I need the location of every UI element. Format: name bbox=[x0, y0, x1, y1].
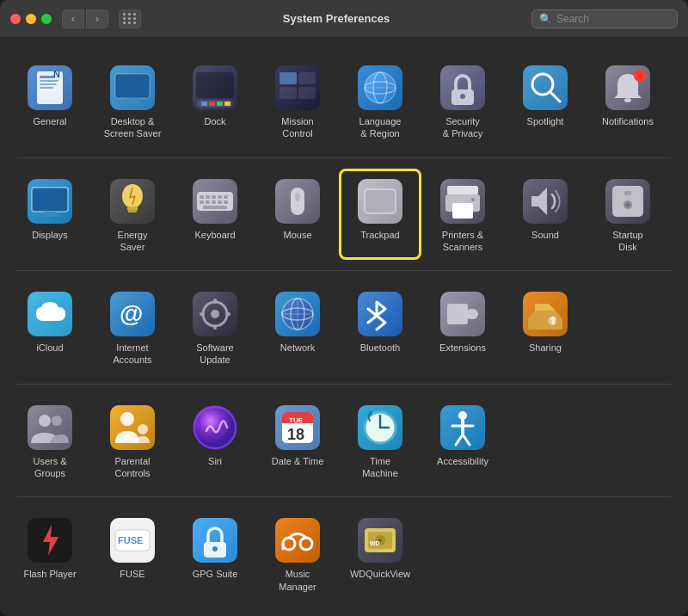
svg-point-38 bbox=[634, 70, 646, 82]
pref-item-software[interactable]: SoftwareUpdate bbox=[174, 281, 256, 373]
pref-item-trackpad[interactable]: Trackpad bbox=[339, 169, 421, 261]
pref-item-energy[interactable]: EnergySaver bbox=[91, 169, 174, 261]
extensions-icon bbox=[439, 290, 487, 338]
pref-item-general[interactable]: N General bbox=[9, 55, 91, 147]
pref-item-displays[interactable]: Displays bbox=[9, 169, 91, 261]
svg-point-85 bbox=[211, 310, 219, 318]
maximize-button[interactable] bbox=[41, 14, 52, 24]
svg-point-32 bbox=[460, 94, 465, 99]
pref-item-music[interactable]: MusicManager bbox=[256, 508, 339, 600]
svg-rect-4 bbox=[40, 83, 57, 85]
svg-rect-107 bbox=[28, 405, 72, 450]
pref-item-mission[interactable]: MissionControl bbox=[256, 55, 339, 147]
pref-item-fuse[interactable]: FUSE FUSE bbox=[91, 508, 174, 600]
keyboard-icon bbox=[191, 177, 239, 225]
pref-item-gpg[interactable]: GPG Suite bbox=[174, 508, 256, 600]
pref-item-dock[interactable]: Dock bbox=[174, 55, 256, 147]
section-system: Users &Groups ParentalControls bbox=[9, 391, 679, 490]
wd-label: WDQuickView bbox=[350, 568, 410, 580]
notifications-icon bbox=[604, 64, 652, 112]
trackpad-icon bbox=[356, 177, 404, 225]
pref-item-keyboard[interactable]: Keyboard bbox=[174, 169, 256, 261]
pref-item-parental[interactable]: ParentalControls bbox=[91, 395, 174, 487]
pref-item-notifications[interactable]: Notifications bbox=[587, 55, 669, 147]
close-button[interactable] bbox=[10, 14, 21, 24]
svg-rect-103 bbox=[463, 311, 470, 317]
bluetooth-icon bbox=[356, 290, 404, 338]
startup-icon bbox=[604, 177, 652, 225]
bluetooth-label: Bluetooth bbox=[360, 342, 400, 354]
pref-item-users[interactable]: Users &Groups bbox=[9, 395, 91, 487]
divider-3 bbox=[17, 384, 671, 385]
pref-item-sharing[interactable]: ⇪ Sharing bbox=[504, 281, 587, 373]
internet-label: InternetAccounts bbox=[113, 342, 151, 367]
spotlight-label: Spotlight bbox=[527, 115, 564, 127]
pref-item-sound[interactable]: Sound bbox=[504, 169, 587, 261]
parental-label: ParentalControls bbox=[115, 455, 150, 480]
pref-item-timemachine[interactable]: TimeMachine bbox=[339, 395, 421, 487]
svg-point-139 bbox=[212, 546, 218, 551]
pref-item-accessibility[interactable]: Accessibility bbox=[421, 395, 504, 487]
gpg-icon bbox=[191, 516, 239, 564]
pref-item-spotlight[interactable]: Spotlight bbox=[504, 55, 587, 147]
svg-rect-40 bbox=[32, 188, 68, 212]
pref-item-flash[interactable]: Flash Player bbox=[9, 508, 91, 600]
pref-item-security[interactable]: Security& Privacy bbox=[421, 55, 504, 147]
svg-rect-16 bbox=[209, 102, 215, 106]
pref-item-wd[interactable]: WD WDQuickView bbox=[339, 508, 421, 600]
nav-buttons: ‹ › bbox=[62, 9, 108, 28]
back-button[interactable]: ‹ bbox=[62, 9, 84, 28]
pref-item-desktop[interactable]: Desktop &Screen Saver bbox=[91, 55, 174, 147]
svg-rect-88 bbox=[200, 312, 205, 316]
mission-label: MissionControl bbox=[281, 115, 313, 140]
search-bar[interactable]: 🔍 bbox=[531, 9, 678, 28]
svg-rect-70 bbox=[447, 186, 478, 194]
pref-item-network[interactable]: Network bbox=[256, 281, 339, 373]
displays-icon bbox=[26, 177, 74, 225]
sound-icon bbox=[521, 177, 569, 225]
svg-rect-87 bbox=[213, 324, 217, 330]
svg-rect-37 bbox=[624, 98, 631, 102]
pref-item-language[interactable]: Language& Region bbox=[339, 55, 421, 147]
svg-rect-15 bbox=[201, 102, 207, 106]
svg-rect-5 bbox=[40, 87, 53, 89]
search-input[interactable] bbox=[556, 13, 668, 25]
svg-rect-22 bbox=[280, 87, 297, 99]
svg-text:FUSE: FUSE bbox=[118, 535, 143, 545]
pref-item-internet[interactable]: @ InternetAccounts bbox=[91, 281, 174, 373]
svg-rect-3 bbox=[40, 80, 58, 82]
displays-label: Displays bbox=[32, 229, 68, 241]
pref-item-bluetooth[interactable]: Bluetooth bbox=[339, 281, 421, 373]
pref-item-startup[interactable]: StartupDisk bbox=[587, 169, 669, 261]
svg-rect-54 bbox=[212, 195, 216, 199]
printers-label: Printers &Scanners bbox=[442, 229, 483, 254]
personal-grid: N General bbox=[9, 52, 679, 151]
pref-item-icloud[interactable]: iCloud bbox=[9, 281, 91, 373]
forward-icon: › bbox=[95, 12, 99, 25]
spotlight-icon bbox=[521, 64, 569, 112]
svg-point-108 bbox=[39, 415, 51, 427]
svg-rect-42 bbox=[40, 215, 59, 217]
pref-item-mouse[interactable]: Mouse bbox=[256, 169, 339, 261]
section-hardware: Displays bbox=[9, 165, 679, 264]
pref-item-datetime[interactable]: TUE 18 Date & Time bbox=[256, 395, 339, 487]
svg-rect-21 bbox=[298, 72, 316, 84]
icloud-label: iCloud bbox=[36, 342, 63, 354]
pref-item-extensions[interactable]: Extensions bbox=[421, 281, 504, 373]
svg-rect-23 bbox=[298, 87, 316, 99]
section-other: Flash Player FUSE FUSE bbox=[9, 504, 679, 603]
minimize-button[interactable] bbox=[26, 14, 36, 24]
grid-view-button[interactable] bbox=[119, 9, 141, 28]
datetime-icon: TUE 18 bbox=[273, 403, 322, 452]
forward-button[interactable]: › bbox=[86, 9, 108, 28]
software-icon bbox=[191, 290, 239, 338]
energy-label: EnergySaver bbox=[118, 229, 148, 254]
pref-item-printers[interactable]: Printers &Scanners bbox=[421, 169, 504, 261]
svg-rect-89 bbox=[225, 312, 230, 316]
pref-item-siri[interactable]: Siri bbox=[174, 395, 256, 487]
gpg-label: GPG Suite bbox=[193, 568, 238, 580]
grid-dots-icon bbox=[123, 13, 137, 24]
sound-label: Sound bbox=[531, 229, 559, 241]
flash-icon bbox=[26, 516, 74, 564]
svg-rect-61 bbox=[224, 200, 228, 204]
